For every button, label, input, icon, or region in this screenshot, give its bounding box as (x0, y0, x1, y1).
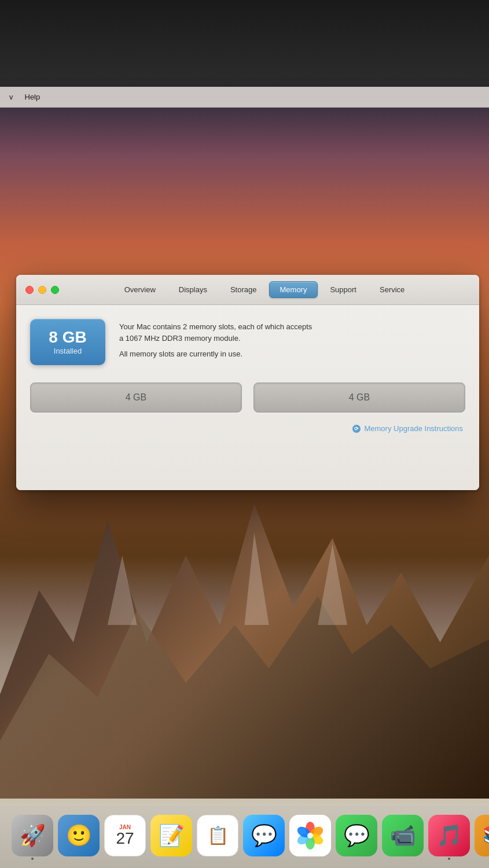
minimize-button[interactable] (38, 286, 46, 294)
dock-item-launchpad[interactable]: 🚀 (12, 815, 53, 856)
title-bar: Overview Displays Storage Memory Support… (16, 275, 479, 305)
dock-item-messages-chat[interactable]: 💬 (243, 815, 285, 856)
tab-displays[interactable]: Displays (168, 281, 218, 298)
menu-bar: v Help (0, 87, 489, 108)
memory-slot-1: 4 GB (30, 382, 242, 413)
close-button[interactable] (25, 286, 34, 294)
dock-item-photos[interactable] (289, 815, 331, 856)
reminders-icon: 📋 (207, 825, 229, 845)
memory-size: 8 GB (49, 329, 86, 347)
menu-item-v[interactable]: v (9, 93, 13, 101)
tab-overview[interactable]: Overview (113, 281, 167, 298)
system-information-window: Overview Displays Storage Memory Support… (16, 275, 479, 490)
launchpad-icon: 🚀 (20, 823, 46, 848)
messages-chat-icon: 💬 (251, 823, 277, 848)
dock-item-music[interactable]: 🎵 (428, 815, 470, 856)
dock-dot-music (448, 858, 450, 860)
window-content: 8 GB Installed Your Mac contains 2 memor… (16, 305, 479, 490)
books-icon: 📚 (483, 823, 490, 848)
memory-desc-line3: All memory slots are currently in use. (119, 348, 465, 360)
dock: 🚀 🙂 JAN 27 📝 📋 💬 💬 (0, 804, 489, 868)
notes-icon: 📝 (159, 823, 185, 848)
messages-icon: 💬 (344, 823, 370, 848)
upgrade-link-row: ⟳ Memory Upgrade Instructions (30, 424, 465, 433)
calendar-day: 27 (116, 830, 134, 847)
finder-icon: 🙂 (66, 823, 92, 848)
menu-item-help[interactable]: Help (25, 93, 41, 101)
dock-dot (31, 858, 34, 860)
tab-memory[interactable]: Memory (269, 281, 318, 298)
tab-support[interactable]: Support (319, 281, 367, 298)
tab-service[interactable]: Service (369, 281, 416, 298)
upgrade-link-icon: ⟳ (352, 425, 361, 433)
memory-description: Your Mac contains 2 memory slots, each o… (119, 319, 465, 365)
photos-icon (296, 821, 325, 850)
traffic-lights (25, 286, 59, 294)
svg-point-6 (307, 833, 313, 838)
maximize-button[interactable] (51, 286, 59, 294)
memory-slot-2: 4 GB (253, 382, 465, 413)
memory-installed-label: Installed (54, 347, 82, 355)
music-icon: 🎵 (436, 823, 462, 848)
tab-bar: Overview Displays Storage Memory Support… (59, 281, 470, 298)
dock-item-finder[interactable]: 🙂 (58, 815, 100, 856)
dock-item-books[interactable]: 📚 (475, 815, 489, 856)
memory-info-row: 8 GB Installed Your Mac contains 2 memor… (30, 319, 465, 365)
memory-slots-container: 4 GB 4 GB (30, 382, 465, 413)
facetime-icon: 📹 (390, 823, 416, 848)
memory-desc-line1: Your Mac contains 2 memory slots, each o… (119, 321, 465, 344)
memory-upgrade-link[interactable]: Memory Upgrade Instructions (364, 424, 463, 433)
memory-badge: 8 GB Installed (30, 319, 105, 365)
dock-item-reminders[interactable]: 📋 (197, 815, 238, 856)
dock-item-facetime[interactable]: 📹 (382, 815, 424, 856)
dock-item-calendar[interactable]: JAN 27 (104, 815, 146, 856)
tab-storage[interactable]: Storage (219, 281, 268, 298)
dock-item-messages[interactable]: 💬 (336, 815, 377, 856)
dock-item-notes[interactable]: 📝 (150, 815, 192, 856)
